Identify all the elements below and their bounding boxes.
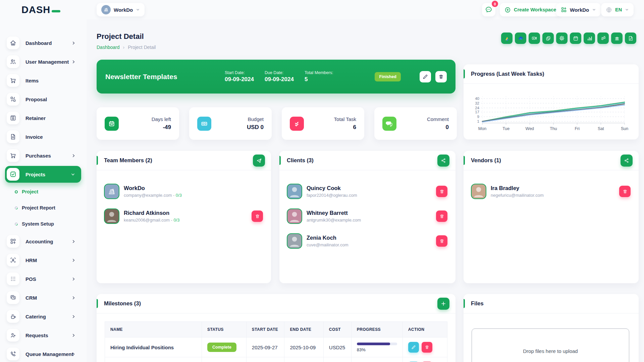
chevron-right-icon xyxy=(71,239,76,244)
sidebar-subitem-project-report[interactable]: Project Report xyxy=(0,200,87,216)
vendors-card: Vendors (1) Ira Bradley negefuricu@maili… xyxy=(464,151,639,283)
col-progress: PROGRESS xyxy=(351,322,402,338)
sidebar-item-requests[interactable]: Requests xyxy=(0,326,87,345)
milestones-title: Milestones (3) xyxy=(104,300,141,307)
start-date-field: Start Date: 09-09-2024 xyxy=(225,70,254,83)
stat-label: Days left xyxy=(152,116,171,122)
milestone-cost: USD24 xyxy=(323,357,351,362)
logo-dash-accent xyxy=(52,10,60,12)
chat-icon xyxy=(485,6,492,13)
files-header: Files xyxy=(464,294,639,313)
table-header-row: NAME STATUS START DATE END DATE COST PRO… xyxy=(105,322,447,338)
share-clients-button[interactable] xyxy=(437,155,449,167)
sidebar-subitem-system-setup[interactable]: System Setup xyxy=(0,216,87,232)
delete-project-button[interactable] xyxy=(435,71,447,82)
sidebar-subitem-project[interactable]: Project xyxy=(0,184,87,200)
delete-milestone-button[interactable] xyxy=(422,342,432,353)
invite-member-button[interactable] xyxy=(253,155,265,167)
edit-project-button[interactable] xyxy=(420,71,431,82)
workdo-menu-button[interactable]: WorkDo xyxy=(556,3,601,16)
sidebar-item-items[interactable]: Items xyxy=(0,71,87,90)
users-icon xyxy=(7,55,19,68)
sidebar-item-proposal[interactable]: Proposal xyxy=(0,90,87,109)
onedrive-button[interactable] xyxy=(515,33,526,44)
svg-text:9: 9 xyxy=(477,115,479,119)
milestone-name: Hiring Individual Positions xyxy=(105,338,202,357)
sidebar-item-accounting[interactable]: Accounting xyxy=(0,232,87,251)
trash-icon xyxy=(623,189,628,194)
bug-report-button[interactable] xyxy=(611,33,623,44)
client-email: fapor22014@oglerau.com xyxy=(307,193,357,198)
files-card: Files Drop files here to upload xyxy=(464,294,639,362)
remove-client-button[interactable] xyxy=(436,186,447,197)
team-member-row: Richard Atkinson keanu2006@gmail.com - 0… xyxy=(104,204,264,229)
stat-budget: BudgetUSD 0 xyxy=(189,107,272,140)
remove-member-button[interactable] xyxy=(252,210,263,222)
remove-vendor-button[interactable] xyxy=(619,186,631,197)
remove-client-button[interactable] xyxy=(436,235,447,247)
chevron-right-icon xyxy=(71,258,76,262)
create-workspace-button[interactable]: Create Workspace xyxy=(500,3,561,16)
share-vendors-button[interactable] xyxy=(621,155,633,167)
stat-total-task: Total Task6 xyxy=(282,107,364,140)
sidebar-item-purchases[interactable]: Purchases xyxy=(0,146,87,165)
vendor-email: negefuricu@mailinator.com xyxy=(491,193,544,198)
sidebar-item-invoice[interactable]: Invoice xyxy=(0,127,87,146)
sidebar-item-queue-management[interactable]: Queue Management xyxy=(0,345,87,362)
breadcrumb-dashboard-link[interactable]: Dashboard xyxy=(97,45,120,50)
stat-label: Comment xyxy=(427,116,449,122)
app-logo-text: DASH xyxy=(21,4,50,15)
pencil-icon xyxy=(411,345,416,350)
due-date-label: Due Date: xyxy=(265,70,294,75)
remove-client-button[interactable] xyxy=(436,210,447,222)
vendors-title: Vendors (1) xyxy=(471,157,501,164)
member-name: Richard Atkinson xyxy=(124,210,179,216)
trash-icon xyxy=(439,239,444,244)
calendar-button[interactable] xyxy=(570,33,581,44)
add-milestone-button[interactable] xyxy=(437,298,449,310)
time-tracker-button[interactable] xyxy=(597,33,609,44)
google-drive-button[interactable] xyxy=(501,33,513,44)
sidebar-item-retainer[interactable]: Retainer xyxy=(0,109,87,127)
workspace-name: WorkDo xyxy=(114,7,133,13)
chevron-right-icon xyxy=(71,277,76,281)
client-name: Whitney Barrett xyxy=(307,210,361,216)
copy-button[interactable] xyxy=(542,33,554,44)
sidebar-item-catering[interactable]: Catering xyxy=(0,307,87,326)
svg-text:Thu: Thu xyxy=(550,126,557,131)
language-selector[interactable]: EN xyxy=(601,3,634,16)
sidebar-item-projects[interactable]: Projects xyxy=(5,166,81,183)
calendar-icon xyxy=(105,117,119,131)
money-icon xyxy=(197,117,211,131)
report-file-icon xyxy=(628,36,634,41)
chevron-right-icon xyxy=(71,41,76,45)
report-file-button[interactable] xyxy=(625,33,636,44)
col-end-date: END DATE xyxy=(284,322,323,338)
sidebar-item-hrm[interactable]: HRM xyxy=(0,251,87,269)
sidebar-item-dashboard[interactable]: Dashboard xyxy=(0,34,87,52)
client-avatar xyxy=(287,233,302,249)
svg-text:1: 1 xyxy=(477,119,479,123)
progress-label: 83% xyxy=(357,347,397,352)
video-record-button[interactable] xyxy=(529,33,540,44)
app-logo[interactable]: DASH xyxy=(21,4,60,15)
client-row: Whitney Barrett antgrumik30@example.com xyxy=(287,204,448,229)
due-date-value: 09-09-2024 xyxy=(265,76,294,83)
milestone-row: Communication Updates Incomplete 2025-10… xyxy=(105,357,447,362)
sidebar-item-user-management[interactable]: User Management xyxy=(0,52,87,71)
sidebar-item-crm[interactable]: CRM xyxy=(0,288,87,307)
messenger-button[interactable]: 0 xyxy=(482,3,495,16)
chevron-down-icon xyxy=(592,8,596,12)
bullet-icon xyxy=(14,222,18,226)
bar-chart-button[interactable] xyxy=(584,33,595,44)
sidebar-item-label: Proposal xyxy=(25,97,47,102)
check-square-icon xyxy=(7,168,19,181)
edit-milestone-button[interactable] xyxy=(408,342,419,353)
sidebar-item-label: Accounting xyxy=(25,239,53,244)
workspace-switcher[interactable]: WorkDo xyxy=(97,3,145,16)
settings-button[interactable] xyxy=(556,33,568,44)
sidebar-item-pos[interactable]: POS xyxy=(0,269,87,288)
file-dropzone[interactable]: Drop files here to upload xyxy=(472,328,629,362)
milestones-card: Milestones (3) NAME STATUS START DATE EN… xyxy=(97,294,455,362)
globe-icon xyxy=(606,7,612,13)
